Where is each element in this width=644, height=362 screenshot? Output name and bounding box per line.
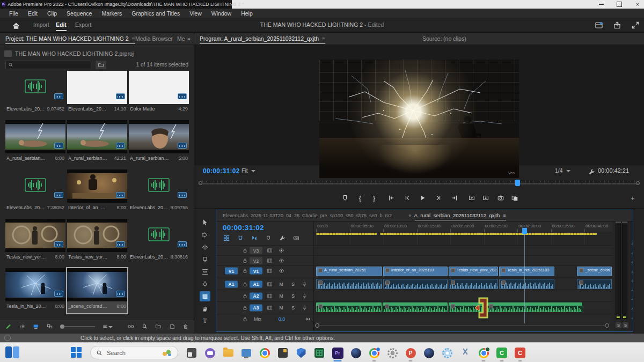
track-v2[interactable] bbox=[314, 255, 612, 265]
monitor-scrubber[interactable] bbox=[199, 180, 640, 187]
button-editor-plus[interactable]: + bbox=[628, 194, 638, 202]
tab-media-browser[interactable]: Media Browser bbox=[135, 33, 173, 45]
solo-right-button[interactable]: S bbox=[623, 322, 628, 328]
razor-tool[interactable] bbox=[200, 254, 210, 264]
audio-clip-a1[interactable] bbox=[449, 279, 498, 289]
menu-graphics-and-titles[interactable]: Graphics and Titles bbox=[127, 10, 185, 17]
taskbar-search[interactable]: Search bbox=[90, 346, 178, 359]
menu-window[interactable]: Window bbox=[207, 10, 236, 17]
sync-lock-icon[interactable] bbox=[266, 248, 273, 254]
fit-timeline-icon[interactable] bbox=[304, 316, 312, 322]
mute-track-button[interactable]: M bbox=[277, 292, 285, 299]
hand-tool[interactable] bbox=[200, 304, 210, 314]
timeline-playhead[interactable] bbox=[522, 228, 527, 234]
solo-left-button[interactable]: S bbox=[616, 322, 621, 328]
track-mix-row[interactable] bbox=[314, 314, 612, 323]
taskbar-icon-premiere-pro[interactable]: Pr bbox=[331, 346, 344, 359]
project-item[interactable]: Teslas_new_york_202...8:00 bbox=[5, 219, 65, 264]
sync-lock-icon[interactable] bbox=[266, 258, 273, 264]
icon-view-icon[interactable] bbox=[33, 322, 39, 331]
project-item[interactable]: Color Matte4;29 bbox=[129, 71, 189, 116]
play-button[interactable] bbox=[418, 194, 427, 202]
taskbar-icon-chrome[interactable] bbox=[258, 346, 271, 359]
project-item[interactable]: _scene_colorado_2025...8:00 bbox=[67, 268, 127, 313]
rectangle-tool[interactable] bbox=[200, 291, 210, 301]
project-item[interactable]: ElevenLabs_2025-...9:09756 bbox=[129, 169, 189, 215]
toggle-track-output-eye-icon[interactable] bbox=[277, 248, 285, 254]
toggle-track-output-eye-icon[interactable] bbox=[277, 258, 285, 264]
audio-clip-a1[interactable] bbox=[316, 279, 382, 289]
video-clip[interactable]: Teslas_new_york_2025 bbox=[449, 267, 498, 276]
project-item[interactable]: Interior_of_an_202511...8:00 bbox=[67, 169, 127, 215]
clear-trash-icon[interactable] bbox=[182, 322, 189, 331]
sync-lock-icon[interactable] bbox=[266, 305, 273, 311]
track-target-a3[interactable]: A3 bbox=[250, 304, 262, 311]
home-icon[interactable] bbox=[12, 21, 20, 30]
taskbar-icon-code-editor[interactable] bbox=[276, 346, 289, 359]
more-tabs-chevron[interactable]: » bbox=[187, 33, 191, 45]
lock-track-icon[interactable] bbox=[241, 305, 248, 311]
mark-out-button[interactable]: } bbox=[369, 194, 379, 202]
pen-tool[interactable] bbox=[200, 279, 210, 289]
start-button[interactable] bbox=[71, 347, 82, 358]
monitor-playhead[interactable] bbox=[515, 180, 520, 186]
automate-to-sequence-icon[interactable] bbox=[128, 322, 134, 331]
program-video-frame[interactable]: Veo bbox=[319, 60, 519, 178]
source-patch-v1[interactable]: V1 bbox=[225, 268, 238, 275]
mute-track-button[interactable]: M bbox=[277, 304, 285, 311]
track-a3[interactable] bbox=[314, 301, 612, 313]
menu-view[interactable]: View bbox=[185, 10, 207, 17]
monitor-timecode[interactable]: 00:00:31:02 bbox=[203, 167, 240, 175]
project-item[interactable]: A_rural_serbian_202...42:21 bbox=[67, 120, 127, 165]
source-patch-a1[interactable]: A1 bbox=[225, 280, 238, 287]
project-item[interactable]: ElevenLabs_2025-...9:07452 bbox=[5, 71, 65, 116]
voiceover-clip-a3[interactable] bbox=[316, 302, 382, 312]
timeline-horizontal-scrollbar[interactable] bbox=[315, 323, 609, 328]
mix-level-value[interactable]: 0.0 bbox=[275, 316, 288, 322]
mark-in-button[interactable]: { bbox=[355, 194, 365, 202]
audio-clip-a1[interactable] bbox=[383, 279, 448, 289]
project-item[interactable]: ElevenLabs_2025-11-...14;10 bbox=[67, 71, 127, 116]
video-clip[interactable]: Interior_of_an_2025110 bbox=[383, 267, 448, 276]
voiceover-clip-a3[interactable] bbox=[383, 302, 448, 312]
tab-project[interactable]: Project: THE MAN WHO HACKED LIGHTNING 2≡ bbox=[5, 33, 135, 45]
taskbar-icon-postman[interactable]: P bbox=[404, 346, 417, 359]
selection-tool[interactable] bbox=[200, 217, 210, 227]
sync-lock-icon[interactable] bbox=[266, 268, 273, 274]
snap-magnet-icon[interactable] bbox=[237, 234, 244, 241]
freeform-view-icon[interactable] bbox=[47, 322, 53, 331]
export-frame-camera-button[interactable] bbox=[496, 194, 506, 202]
track-target-v3[interactable]: V3 bbox=[250, 247, 262, 254]
solo-track-button[interactable]: S bbox=[289, 292, 297, 299]
project-item[interactable]: ElevenLabs_2025-...8:30816 bbox=[129, 219, 189, 264]
project-item[interactable]: ElevenLabs_2025-...7:38052 bbox=[5, 169, 65, 215]
tab-source[interactable]: Source: (no clips) bbox=[422, 33, 466, 45]
menu-file[interactable]: File bbox=[4, 10, 23, 17]
taskbar-icon-chat[interactable] bbox=[203, 346, 216, 359]
timeline-timecode[interactable]: 00:00:31:02 bbox=[223, 224, 264, 232]
project-item[interactable]: Tesla_in_his_2025110...8:00 bbox=[5, 268, 65, 313]
menu-sequence[interactable]: Sequence bbox=[62, 10, 97, 17]
scrubber-start-handle[interactable] bbox=[199, 181, 202, 185]
minimize-button[interactable] bbox=[598, 1, 604, 8]
workspace-icon[interactable] bbox=[595, 21, 603, 29]
search-input[interactable] bbox=[5, 61, 91, 69]
toggle-track-output-eye-icon[interactable] bbox=[277, 268, 285, 274]
slip-tool[interactable] bbox=[200, 267, 210, 277]
taskbar-icon-camtasia[interactable]: C bbox=[495, 346, 508, 359]
taskbar-icon-device[interactable] bbox=[240, 346, 253, 359]
sort-icons-button[interactable] bbox=[103, 322, 113, 331]
add-marker-button[interactable] bbox=[340, 194, 350, 202]
track-a1[interactable] bbox=[314, 278, 612, 290]
zoom-level-dropdown[interactable]: Fit bbox=[241, 167, 255, 174]
trim-out-cursor[interactable] bbox=[474, 297, 492, 321]
tab-edit[interactable]: Edit bbox=[56, 18, 67, 32]
project-item[interactable]: Teslas_new_york_202...8:00 bbox=[67, 219, 127, 264]
fullscreen-icon[interactable] bbox=[631, 21, 640, 29]
list-view-icon[interactable] bbox=[19, 322, 26, 331]
voiceover-record-mic-icon[interactable] bbox=[301, 281, 308, 287]
track-v1[interactable]: A_rural_serbian_20251Interior_of_an_2025… bbox=[314, 265, 612, 277]
project-item[interactable]: A_rural_serbian_2025...5:00 bbox=[129, 120, 189, 165]
timeline-tab-inactive[interactable]: ElevenLabs_2025-11-03T20_04_25_Charlie_p… bbox=[223, 210, 392, 221]
track-target-v2[interactable]: V2 bbox=[250, 257, 262, 264]
